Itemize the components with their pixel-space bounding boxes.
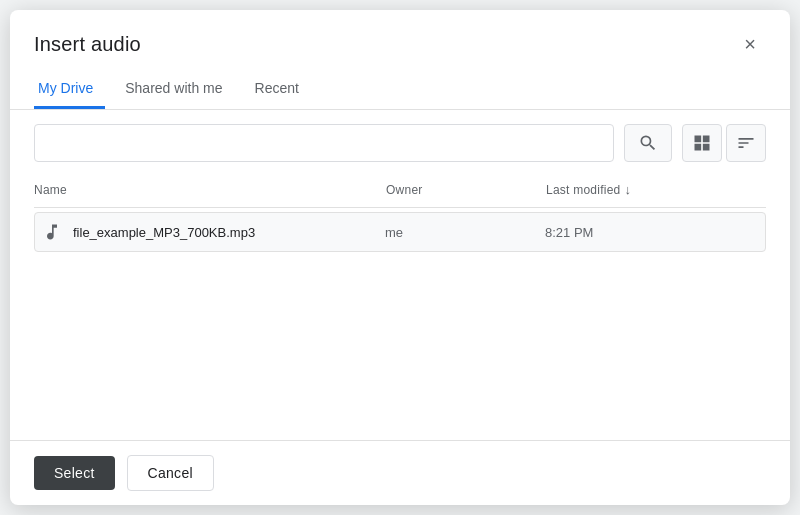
sort-arrow-icon: ↓ [625, 182, 632, 197]
sort-button[interactable] [726, 124, 766, 162]
dialog-footer: Select Cancel [10, 440, 790, 505]
file-name-text: file_example_MP3_700KB.mp3 [73, 225, 255, 240]
col-header-last-modified[interactable]: Last modified ↓ [546, 178, 766, 201]
tab-my-drive[interactable]: My Drive [34, 70, 105, 109]
tabs-container: My Drive Shared with me Recent [10, 70, 790, 110]
sort-icon [736, 133, 756, 153]
search-icon [638, 133, 658, 153]
table-row[interactable]: file_example_MP3_700KB.mp3 me 8:21 PM [34, 212, 766, 252]
grid-icon [692, 133, 712, 153]
search-row [10, 110, 790, 172]
search-input[interactable] [43, 135, 605, 151]
close-button[interactable]: × [734, 28, 766, 60]
audio-file-icon [41, 221, 63, 243]
cancel-button[interactable]: Cancel [127, 455, 214, 491]
col-header-name[interactable]: Name [34, 178, 386, 201]
grid-view-button[interactable] [682, 124, 722, 162]
search-button[interactable] [624, 124, 672, 162]
tab-shared-with-me[interactable]: Shared with me [121, 70, 234, 109]
view-buttons [682, 124, 766, 162]
file-modified-text: 8:21 PM [545, 225, 765, 240]
table-header: Name Owner Last modified ↓ [34, 172, 766, 208]
file-owner-text: me [385, 225, 545, 240]
col-header-owner[interactable]: Owner [386, 178, 546, 201]
dialog-title: Insert audio [34, 33, 141, 56]
search-input-wrap [34, 124, 614, 162]
select-button[interactable]: Select [34, 456, 115, 490]
file-name-cell: file_example_MP3_700KB.mp3 [35, 221, 385, 243]
insert-audio-dialog: Insert audio × My Drive Shared with me R… [10, 10, 790, 505]
file-table: Name Owner Last modified ↓ file_example_… [10, 172, 790, 440]
dialog-header: Insert audio × [10, 10, 790, 70]
tab-recent[interactable]: Recent [251, 70, 311, 109]
